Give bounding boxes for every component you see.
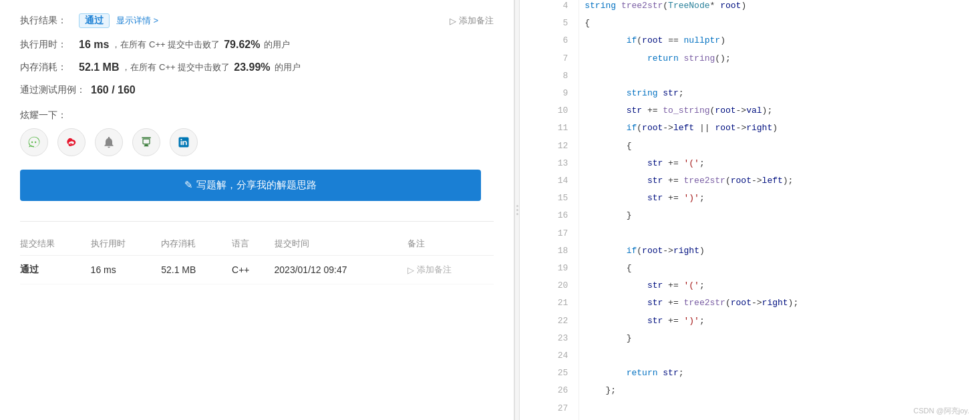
code-line: 4string tree2str(TreeNode* root) xyxy=(520,0,980,17)
sub-result: 通过 xyxy=(20,256,91,284)
line-number: 17 xyxy=(520,228,579,245)
divider xyxy=(20,221,494,222)
mem-suffix: 的用户 xyxy=(275,61,301,73)
mem-desc: ，在所有 C++ 提交中击败了 xyxy=(122,61,230,73)
line-number: 15 xyxy=(520,192,579,210)
line-number: 7 xyxy=(520,53,579,70)
line-content: str += ')'; xyxy=(579,192,980,210)
drag-dot-3 xyxy=(516,213,518,215)
svg-rect-1 xyxy=(143,139,150,144)
line-content: return str; xyxy=(579,367,980,385)
code-line: 9 string str; xyxy=(520,87,980,105)
line-number: 12 xyxy=(520,140,579,158)
line-number: 25 xyxy=(520,367,579,385)
line-content: str += '('; xyxy=(579,158,980,175)
code-line: 8 xyxy=(520,70,980,87)
douban-icon[interactable] xyxy=(132,128,160,156)
submission-table: 提交结果 执行用时 内存消耗 语言 提交时间 备注 通过 16 ms 52.1 … xyxy=(20,232,494,284)
sub-memory: 52.1 MB xyxy=(161,256,232,284)
line-number: 27 xyxy=(520,403,579,420)
test-cases-row: 通过测试用例： 160 / 160 xyxy=(20,84,494,96)
code-line: 19 { xyxy=(520,262,980,280)
line-number: 23 xyxy=(520,333,579,350)
exec-time-value: 16 ms xyxy=(79,39,109,51)
line-number: 22 xyxy=(520,315,579,333)
code-line: 23 } xyxy=(520,333,980,350)
line-content: str += to_string(root->val); xyxy=(579,105,980,122)
line-number: 5 xyxy=(520,17,579,35)
line-number: 6 xyxy=(520,35,579,52)
col-submit-time: 提交时间 xyxy=(275,232,408,256)
code-line: 22 str += ')'; xyxy=(520,315,980,333)
line-content: { xyxy=(579,140,980,158)
line-number: 26 xyxy=(520,385,579,402)
col-note: 备注 xyxy=(407,232,494,256)
submission-body: 通过 16 ms 52.1 MB C++ 2023/01/12 09:47 ▷ … xyxy=(20,256,494,284)
mem-value: 52.1 MB xyxy=(79,61,119,73)
exec-time-pct: 79.62% xyxy=(224,39,260,51)
line-number: 20 xyxy=(520,280,579,297)
line-content: str += tree2str(root->left); xyxy=(579,175,980,192)
code-line: 26 }; xyxy=(520,385,980,402)
flag-icon: ▷ xyxy=(450,16,456,26)
svg-rect-3 xyxy=(144,146,149,146)
exec-result-label: 执行结果： xyxy=(20,15,73,27)
col-time: 执行用时 xyxy=(91,232,162,256)
line-number: 19 xyxy=(520,262,579,280)
exec-time-label: 执行用时： xyxy=(20,39,73,51)
execution-result-row: 执行结果： 通过 显示详情 > ▷ 添加备注 xyxy=(20,13,494,28)
line-content: if(root == nullptr) xyxy=(579,35,980,52)
panel-divider xyxy=(514,0,520,420)
sub-time: 16 ms xyxy=(91,256,162,284)
mem-label: 内存消耗： xyxy=(20,61,73,73)
line-content: }; xyxy=(579,385,980,402)
social-icons xyxy=(20,128,494,156)
wechat-icon[interactable] xyxy=(20,128,48,156)
line-content: str += ')'; xyxy=(579,315,980,333)
add-note-button[interactable]: ▷ 添加备注 xyxy=(450,15,494,27)
line-content: } xyxy=(579,210,980,227)
sub-note[interactable]: ▷ 添加备注 xyxy=(407,256,494,284)
csdn-watermark: CSDN @阿亮joy. xyxy=(913,406,969,416)
code-line: 16 } xyxy=(520,210,980,227)
code-line: 7 return string(); xyxy=(520,53,980,70)
line-number: 4 xyxy=(520,0,579,17)
memory-row: 内存消耗： 52.1 MB ，在所有 C++ 提交中击败了 23.99% 的用户 xyxy=(20,61,494,73)
show-detail-link[interactable]: 显示详情 > xyxy=(116,15,158,27)
weibo-icon[interactable] xyxy=(57,128,86,156)
drag-dot-1 xyxy=(516,205,518,207)
code-container: 4string tree2str(TreeNode* root)5{6 if(r… xyxy=(520,0,980,420)
line-number: 18 xyxy=(520,245,579,262)
code-line: 15 str += ')'; xyxy=(520,192,980,210)
code-line: 27 xyxy=(520,403,980,420)
drag-dot-2 xyxy=(516,209,518,211)
table-header: 提交结果 执行用时 内存消耗 语言 提交时间 备注 xyxy=(20,232,494,256)
line-number: 16 xyxy=(520,210,579,227)
left-panel: 执行结果： 通过 显示详情 > ▷ 添加备注 执行用时： 16 ms ，在所有 … xyxy=(0,0,514,420)
col-lang: 语言 xyxy=(232,232,274,256)
code-line: 6 if(root == nullptr) xyxy=(520,35,980,52)
code-panel: 4string tree2str(TreeNode* root)5{6 if(r… xyxy=(520,0,980,420)
write-solution-button[interactable]: ✎ 写题解，分享我的解题思路 xyxy=(20,170,481,201)
linkedin-icon[interactable] xyxy=(170,128,198,156)
exec-time-suffix: 的用户 xyxy=(264,39,290,51)
exec-time-desc: ，在所有 C++ 提交中击败了 xyxy=(112,39,220,51)
line-number: 13 xyxy=(520,158,579,175)
line-number: 21 xyxy=(520,297,579,314)
line-number: 24 xyxy=(520,350,579,367)
code-line: 18 if(root->right) xyxy=(520,245,980,262)
line-content xyxy=(579,350,980,367)
sub-lang: C++ xyxy=(232,256,274,284)
line-content: { xyxy=(579,17,980,35)
code-line: 17 xyxy=(520,228,980,245)
line-number: 14 xyxy=(520,175,579,192)
line-content: if(root->left || root->right) xyxy=(579,122,980,140)
bell-icon[interactable] xyxy=(95,128,123,156)
code-line: 5{ xyxy=(520,17,980,35)
svg-rect-2 xyxy=(145,144,148,146)
test-value: 160 / 160 xyxy=(91,84,136,96)
line-number: 10 xyxy=(520,105,579,122)
line-content xyxy=(579,228,980,245)
line-content: str += '('; xyxy=(579,280,980,297)
line-number: 8 xyxy=(520,70,579,87)
